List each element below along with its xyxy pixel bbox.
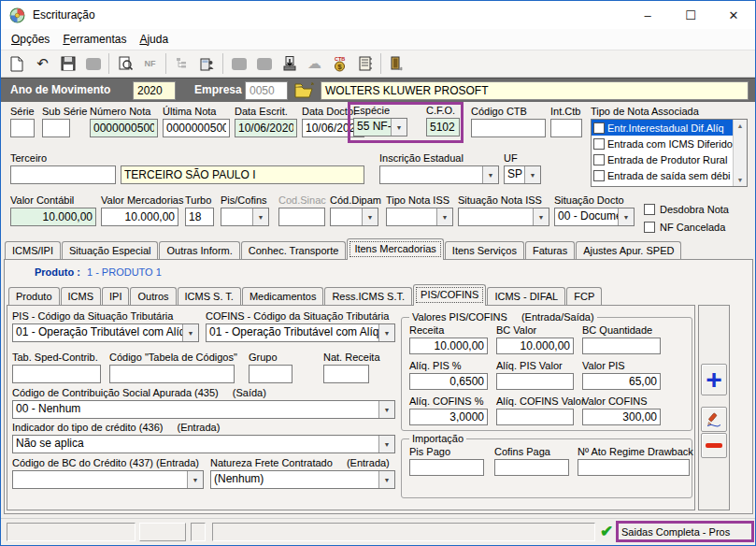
pis-cst-combo[interactable]: 01 - Operação Tributável com Alíqu ▼ [12, 323, 199, 342]
receita-input[interactable] [409, 338, 488, 354]
terceiro-name-field[interactable] [121, 165, 364, 184]
remove-item-button[interactable] [701, 433, 727, 458]
aliq-cofins-valor-input[interactable] [496, 409, 574, 425]
sub-serie-input[interactable] [42, 119, 70, 137]
tab-icms[interactable]: ICMS [61, 287, 102, 306]
save-icon[interactable] [55, 52, 80, 76]
turbo-input[interactable] [185, 208, 214, 226]
chevron-down-icon[interactable]: ▼ [182, 324, 198, 341]
exit-icon[interactable] [384, 52, 409, 76]
list-item[interactable]: Entrada com ICMS Diferido [592, 136, 733, 151]
c435-combo[interactable]: 00 - Nenhum ▼ [12, 400, 395, 419]
c437-combo[interactable]: ▼ [12, 470, 204, 489]
tab-itens-servicos[interactable]: Itens Serviços [445, 241, 524, 260]
situacao-docto-combo[interactable]: 00 - Documer ▼ [554, 208, 635, 226]
menu-ferramentas[interactable]: Ferramentas [56, 30, 133, 49]
tab-fcp[interactable]: FCP [566, 287, 602, 306]
aliq-cofins-input[interactable] [409, 409, 488, 425]
valor-mercadorias-input[interactable] [101, 208, 178, 226]
checkbox-icon[interactable] [593, 170, 605, 181]
edit-item-button[interactable] [701, 407, 727, 432]
checkbox-icon[interactable] [644, 222, 655, 233]
add-item-button[interactable]: + [701, 364, 727, 395]
natureza-frete-combo[interactable]: (Nenhum) ▼ [210, 470, 395, 489]
tab-pis-cofins[interactable]: PIS/COFINS [413, 284, 486, 306]
tab-icms-difal[interactable]: ICMS - DIFAL [487, 287, 565, 306]
c436-combo[interactable]: Não se aplica ▼ [12, 435, 395, 453]
codigo-ctb-input[interactable] [471, 119, 546, 137]
tab-faturas[interactable]: Faturas [525, 241, 575, 260]
grupo-input[interactable] [249, 365, 292, 383]
pis-cofins-combo[interactable]: ▼ [221, 208, 269, 226]
tab-ipi[interactable]: IPI [102, 287, 129, 306]
tab-outros[interactable]: Outros [130, 287, 176, 306]
int-ctb-input[interactable] [550, 119, 582, 137]
tab-medicamentos[interactable]: Medicamentos [242, 287, 324, 306]
data-escrit-input[interactable] [235, 119, 297, 137]
codigo-tabela-input[interactable] [109, 365, 235, 383]
minimize-button[interactable]: – [626, 1, 669, 29]
tab-ress-icms-st[interactable]: Ress.ICMS S.T. [324, 287, 412, 306]
cofins-cst-combo[interactable]: 01 - Operação Tributável com Alíqu ▼ [206, 323, 395, 342]
bc-quantidade-input[interactable] [582, 338, 661, 354]
empresa-code-field[interactable]: 0050 [245, 81, 288, 100]
checkbox-icon[interactable] [593, 154, 605, 165]
terceiro-code-input[interactable] [10, 165, 116, 184]
chevron-down-icon[interactable]: ▼ [187, 471, 203, 488]
tipo-nota-associada-list[interactable]: Entr.Interestadual Dif.Alíq Entrada com … [591, 119, 748, 187]
list-item[interactable]: Entrada de Produtor Rural [592, 151, 733, 167]
chevron-down-icon[interactable]: ▼ [533, 208, 549, 225]
menu-opcoes[interactable]: Opções [5, 30, 56, 49]
drawback-input[interactable] [578, 459, 690, 476]
valor-contabil-input[interactable] [10, 208, 96, 226]
tipo-nota-iss-combo[interactable]: ▼ [386, 208, 453, 226]
nf-cancelada-checkbox[interactable]: NF Cancelada [644, 222, 725, 233]
serie-input[interactable] [10, 119, 35, 137]
valor-cofins-input[interactable] [582, 409, 661, 425]
undo-icon[interactable]: ↶ [30, 52, 55, 76]
especie-combo[interactable]: 55 NF-E ▼ [353, 118, 407, 136]
maximize-button[interactable]: ☐ [669, 1, 712, 29]
bc-valor-input[interactable] [496, 338, 574, 354]
chevron-down-icon[interactable]: ▼ [482, 166, 498, 183]
print-preview-icon[interactable] [112, 52, 137, 76]
chevron-down-icon[interactable]: ▼ [378, 471, 394, 488]
tab-ajustes-apur-sped[interactable]: Ajustes Apur. SPED [576, 241, 681, 260]
tab-icms-ipi[interactable]: ICMS/IPI [5, 241, 61, 260]
chevron-down-icon[interactable]: ▼ [362, 208, 378, 225]
aliq-pis-input[interactable] [409, 373, 488, 390]
aliq-pis-valor-input[interactable] [496, 373, 574, 390]
checkbox-icon[interactable] [593, 122, 605, 134]
tab-sped-contrib-input[interactable] [12, 365, 101, 383]
scroll-up-icon[interactable]: ▲ [737, 120, 744, 132]
list-item[interactable]: Entr.Interestadual Dif.Alíq [592, 120, 733, 136]
inscricao-estadual-combo[interactable]: ▼ [379, 165, 499, 184]
chevron-down-icon[interactable]: ▼ [391, 119, 407, 136]
uf-combo[interactable]: SP ▼ [504, 165, 541, 184]
tab-outras-inform[interactable]: Outras Inform. [159, 241, 239, 260]
chevron-down-icon[interactable]: ▼ [618, 208, 634, 225]
situacao-nota-iss-combo[interactable]: ▼ [458, 208, 549, 226]
valor-pis-input[interactable] [582, 373, 661, 390]
tab-produto[interactable]: Produto [8, 287, 60, 306]
ledger-icon[interactable] [352, 52, 378, 76]
checkbox-icon[interactable] [644, 204, 655, 215]
chevron-down-icon[interactable]: ▼ [378, 324, 394, 341]
chevron-down-icon[interactable]: ▼ [378, 436, 394, 453]
scroll-down-icon[interactable]: ▼ [737, 174, 744, 186]
checkbox-icon[interactable] [593, 138, 605, 150]
ultima-nota-input[interactable] [163, 119, 230, 137]
import-download-icon[interactable] [277, 52, 302, 76]
numero-nota-input[interactable] [90, 119, 158, 137]
cod-dipam-combo[interactable]: ▼ [330, 208, 378, 226]
tab-itens-mercadorias[interactable]: Itens Mercadorias [347, 238, 443, 260]
nat-receita-input[interactable] [323, 365, 369, 383]
tab-conhec-transporte[interactable]: Conhec. Transporte [241, 241, 347, 260]
new-document-icon[interactable] [5, 52, 30, 76]
empresa-name-field[interactable]: WOLTERS KLUWER PROSOFT [321, 81, 749, 100]
chevron-down-icon[interactable]: ▼ [436, 208, 452, 225]
calculator-user-icon[interactable] [194, 52, 220, 76]
ano-movimento-value[interactable]: 2020 [133, 81, 176, 100]
scrollbar[interactable]: ▲ ▼ [733, 120, 747, 186]
chevron-down-icon[interactable]: ▼ [378, 401, 394, 418]
